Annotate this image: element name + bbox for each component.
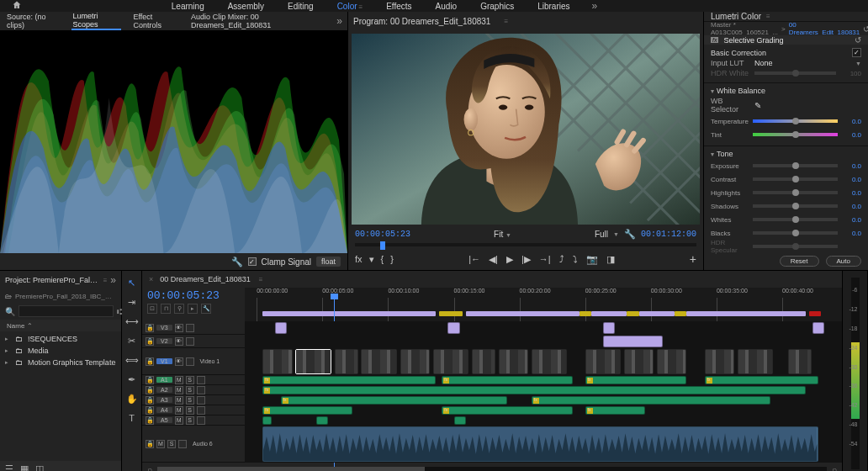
- fit-dropdown[interactable]: Fit: [494, 230, 503, 239]
- clip-audio[interactable]: [281, 396, 508, 405]
- clip[interactable]: [603, 336, 663, 347]
- clamp-signal-checkbox[interactable]: [248, 257, 257, 266]
- hand-tool[interactable]: ✋: [125, 392, 139, 405]
- selection-tool[interactable]: ↖: [125, 276, 139, 289]
- input-lut-dropdown[interactable]: None: [754, 59, 850, 67]
- clip-audio[interactable]: [585, 376, 687, 384]
- snap-icon[interactable]: ⊓: [161, 304, 171, 314]
- workspace-audio[interactable]: Audio: [434, 2, 459, 11]
- panel-menu-icon[interactable]: ≡: [103, 277, 108, 284]
- wrench-icon[interactable]: 🔧: [231, 257, 243, 267]
- razor-tool[interactable]: ✂: [125, 334, 139, 347]
- settings-icon[interactable]: 🔧: [201, 304, 211, 314]
- track-header-a1[interactable]: 🔒A1MS: [142, 375, 245, 385]
- track-header-a6[interactable]: 🔒MSAudio 6: [142, 426, 245, 463]
- settings-icon[interactable]: 🔧: [624, 229, 636, 240]
- eyedropper-icon[interactable]: ✎: [754, 101, 761, 110]
- clip[interactable]: [624, 349, 654, 374]
- clip[interactable]: [657, 349, 687, 374]
- reset-icon[interactable]: ↺: [863, 24, 868, 34]
- tab-source[interactable]: Source: (no clips): [5, 13, 61, 29]
- meter-bar[interactable]: -6 -12 -18 -24 -30 -36 -42 -48 -54: [851, 278, 860, 469]
- panel-menu-icon[interactable]: ≡: [766, 13, 770, 20]
- track-header-a5[interactable]: 🔒A5MS: [142, 415, 245, 426]
- nest-icon[interactable]: ⊡: [147, 304, 157, 314]
- clip-audio[interactable]: [705, 376, 818, 384]
- temperature-slider[interactable]: [753, 119, 838, 123]
- clip-audio[interactable]: [262, 376, 436, 384]
- marker-span-icon[interactable]: ▸: [188, 304, 198, 314]
- workspace-graphics[interactable]: Graphics: [479, 2, 516, 11]
- tab-effect-controls[interactable]: Effect Controls: [131, 13, 179, 29]
- clip-audio[interactable]: [442, 376, 573, 384]
- clip-selected[interactable]: [295, 349, 331, 374]
- exposure-slider[interactable]: [753, 164, 838, 167]
- slip-tool[interactable]: ⟺: [125, 353, 139, 367]
- auto-button[interactable]: Auto: [826, 256, 861, 267]
- temperature-value[interactable]: 0.0: [841, 118, 861, 125]
- tab-lumetri-scopes[interactable]: Lumetri Scopes: [71, 12, 122, 30]
- mini-playhead[interactable]: [380, 241, 385, 250]
- tab-audio-clip-mixer[interactable]: Audio Clip Mixer: 00 Dreamers_Edit_18083…: [189, 13, 326, 29]
- reset-button[interactable]: Reset: [780, 256, 819, 267]
- track-header-v3[interactable]: 🔒V3👁: [142, 321, 245, 335]
- insert-icon[interactable]: ⤴: [559, 254, 564, 264]
- button-editor-icon[interactable]: +: [690, 252, 696, 266]
- shadows-value[interactable]: 0.0: [841, 203, 861, 210]
- time-ruler[interactable]: 00:00:00:00 00:00:05:00 00:00:10:00 00:0…: [245, 288, 842, 299]
- out-bracket-icon[interactable]: }: [390, 254, 394, 265]
- clip-audio[interactable]: [262, 416, 272, 425]
- fx-icon[interactable]: fx: [355, 254, 363, 265]
- program-monitor[interactable]: [352, 34, 700, 225]
- track-header-v1[interactable]: 🔒V1👁Video 1: [142, 348, 245, 375]
- clip[interactable]: [400, 349, 431, 374]
- master-clip-label[interactable]: Master * A013C005_160521_...: [711, 21, 778, 36]
- blacks-value[interactable]: 0.0: [841, 230, 861, 237]
- workspace-effects[interactable]: Effects: [384, 2, 413, 11]
- timeline-current-tc[interactable]: 00:00:05:23: [147, 289, 240, 302]
- export-frame-icon[interactable]: 📷: [586, 254, 598, 265]
- clip[interactable]: [788, 349, 812, 374]
- track-select-tool[interactable]: ⇥: [125, 295, 139, 309]
- tint-value[interactable]: 0.0: [841, 131, 861, 139]
- clip[interactable]: [532, 349, 568, 374]
- exposure-value[interactable]: 0.0: [841, 162, 861, 170]
- project-tab[interactable]: Project: PremierePro_Fall_2018_IBC_EP: [5, 276, 98, 284]
- panel-menu-icon[interactable]: ≡: [259, 276, 263, 283]
- clip[interactable]: [738, 349, 774, 374]
- tint-slider[interactable]: [753, 133, 838, 136]
- contrast-value[interactable]: 0.0: [841, 176, 861, 183]
- panel-menu-icon[interactable]: ≡: [504, 18, 508, 25]
- clip[interactable]: [472, 349, 495, 374]
- whites-slider[interactable]: [753, 218, 838, 221]
- zoom-in-icon[interactable]: ○: [832, 465, 837, 472]
- list-header[interactable]: Name⌃: [0, 320, 121, 331]
- clip[interactable]: [361, 349, 397, 374]
- folder-sequences[interactable]: ▸🗀!SEQUENCES: [0, 333, 121, 345]
- workspace-assembly[interactable]: Assembly: [226, 2, 266, 11]
- highlights-slider[interactable]: [753, 191, 838, 194]
- overwrite-icon[interactable]: ⤵: [573, 254, 578, 264]
- basic-correction-toggle[interactable]: [852, 48, 861, 57]
- white-balance-header[interactable]: ▾White Balance: [711, 87, 861, 95]
- step-back-icon[interactable]: ◀|: [489, 254, 498, 265]
- track-header-a3[interactable]: 🔒A3MS: [142, 395, 245, 405]
- folder-motion-graphics[interactable]: ▸🗀Motion Graphics Template: [0, 357, 121, 368]
- clip-audio[interactable]: [442, 406, 573, 415]
- type-tool[interactable]: T: [125, 411, 139, 425]
- timeline-tracks-area[interactable]: [245, 321, 842, 463]
- clip[interactable]: [499, 349, 529, 374]
- workspace-libraries[interactable]: Libraries: [536, 2, 571, 11]
- tabs-overflow-icon[interactable]: »: [336, 15, 342, 27]
- pen-tool[interactable]: ✒: [125, 373, 139, 386]
- freeform-view-icon[interactable]: ◫: [35, 463, 44, 472]
- program-mini-timeline[interactable]: [355, 243, 696, 248]
- workspace-learning[interactable]: Learning: [170, 2, 206, 11]
- work-area-bar[interactable]: [245, 311, 842, 318]
- clip[interactable]: [705, 349, 735, 374]
- clip[interactable]: [585, 349, 622, 374]
- icon-view-icon[interactable]: ▦: [20, 463, 29, 472]
- timeline-close-icon[interactable]: ×: [149, 275, 153, 283]
- track-header-v2[interactable]: 🔒V2👁: [142, 335, 245, 348]
- link-icon[interactable]: ⚲: [174, 304, 184, 314]
